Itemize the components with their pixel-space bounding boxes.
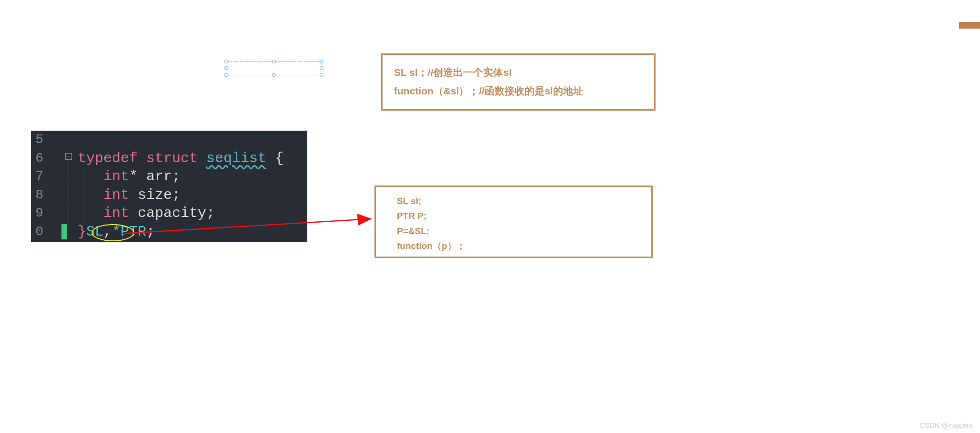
gutter-mark xyxy=(61,224,67,239)
line-number: 6 xyxy=(31,149,43,168)
code-editor-snippet: − 5 6 typedef struct seqlist { 7 int* ar… xyxy=(31,131,307,242)
annotation-line: SL sl; xyxy=(397,194,630,208)
annotation-line: function（&sl）；//函数接收的是sl的地址 xyxy=(394,82,643,101)
line-number: 0 xyxy=(31,223,43,241)
line-number: 8 xyxy=(31,186,43,205)
resize-handle[interactable] xyxy=(272,73,276,77)
code-line: int capacity; xyxy=(78,204,215,223)
indent-guide-line xyxy=(83,168,83,223)
annotation-line: SL sl；//创造出一个实体sl xyxy=(394,63,643,82)
code-line: int size; xyxy=(78,186,181,205)
resize-handle[interactable] xyxy=(224,66,228,70)
annotation-line: function（p）； xyxy=(397,238,630,253)
annotation-box-bottom: SL sl; PTR P; P=&SL; function（p）； xyxy=(374,186,653,258)
code-line: int* arr; xyxy=(78,167,181,186)
empty-textbox-selected[interactable] xyxy=(226,61,322,75)
annotation-line: P=&SL; xyxy=(397,224,630,238)
line-number: 5 xyxy=(31,131,43,149)
resize-handle[interactable] xyxy=(320,66,323,70)
resize-handle[interactable] xyxy=(320,73,323,77)
resize-handle[interactable] xyxy=(272,60,276,63)
accent-bar xyxy=(959,22,980,29)
line-number: 9 xyxy=(31,204,43,223)
code-line: typedef struct seqlist { xyxy=(78,149,283,168)
code-line: }SL,*PTR; xyxy=(78,223,155,241)
resize-handle[interactable] xyxy=(224,60,228,63)
line-number: 7 xyxy=(31,167,43,186)
annotation-box-top: SL sl；//创造出一个实体sl function（&sl）；//函数接收的是… xyxy=(381,53,656,111)
watermark: CSDN @natgeio xyxy=(919,421,972,429)
resize-handle[interactable] xyxy=(320,60,323,63)
fold-guide-line xyxy=(69,160,69,224)
fold-toggle-icon: − xyxy=(65,153,72,160)
annotation-line: PTR P; xyxy=(397,208,630,223)
resize-handle[interactable] xyxy=(224,73,228,77)
